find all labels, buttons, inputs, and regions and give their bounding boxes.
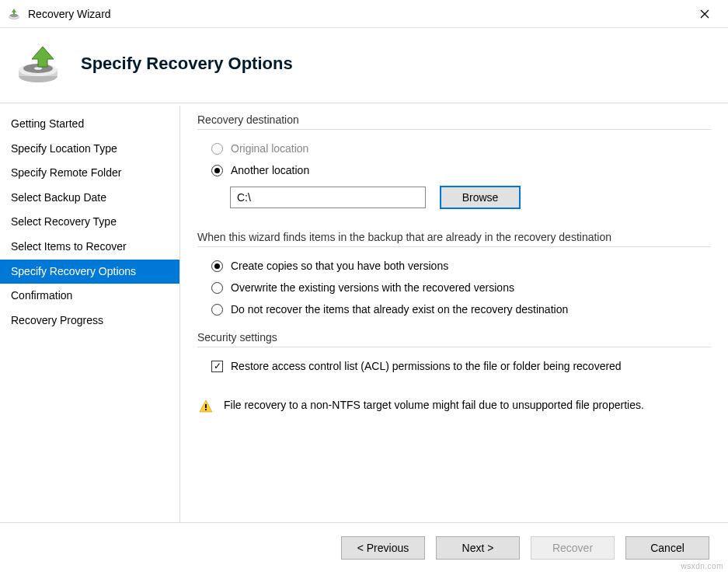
sidebar-item-location-type[interactable]: Specify Location Type bbox=[0, 137, 179, 162]
radio-icon bbox=[211, 165, 223, 176]
radio-label: Overwrite the existing versions with the… bbox=[231, 281, 514, 294]
radio-icon bbox=[211, 282, 223, 294]
security-settings-group: Security settings ✓ Restore access contr… bbox=[197, 331, 711, 377]
recovery-destination-group: Recovery destination Original location A… bbox=[197, 113, 711, 214]
checkbox-label: Restore access control list (ACL) permis… bbox=[231, 360, 622, 372]
sidebar-item-backup-date[interactable]: Select Backup Date bbox=[0, 186, 179, 211]
svg-rect-11 bbox=[205, 409, 207, 410]
wizard-footer: < Previous Next > Recover Cancel bbox=[0, 522, 728, 572]
sidebar-item-label: Specify Location Type bbox=[11, 142, 117, 155]
group-label: Security settings bbox=[197, 331, 711, 344]
sidebar-item-recovery-type[interactable]: Select Recovery Type bbox=[0, 210, 179, 235]
checkbox-icon: ✓ bbox=[211, 361, 223, 372]
window-title: Recovery Wizard bbox=[28, 8, 688, 20]
radio-create-copies[interactable]: Create copies so that you have both vers… bbox=[197, 255, 711, 277]
cancel-button[interactable]: Cancel bbox=[625, 536, 709, 560]
radio-another-location[interactable]: Another location bbox=[197, 159, 711, 181]
radio-skip-existing[interactable]: Do not recover the items that already ex… bbox=[197, 298, 711, 320]
radio-icon bbox=[211, 304, 223, 316]
previous-button[interactable]: < Previous bbox=[341, 536, 425, 560]
sidebar-item-label: Confirmation bbox=[11, 289, 72, 302]
recover-button: Recover bbox=[531, 536, 615, 560]
divider bbox=[197, 347, 711, 347]
sidebar-item-remote-folder[interactable]: Specify Remote Folder bbox=[0, 161, 179, 186]
divider bbox=[197, 246, 711, 247]
sidebar-item-recovery-progress[interactable]: Recovery Progress bbox=[0, 309, 179, 333]
next-button[interactable]: Next > bbox=[436, 536, 520, 560]
radio-original-location: Original location bbox=[197, 138, 711, 159]
app-icon bbox=[6, 6, 22, 22]
warning-text: File recovery to a non-NTFS target volum… bbox=[224, 399, 644, 411]
destination-path-row: Browse bbox=[197, 181, 711, 214]
browse-button[interactable]: Browse bbox=[440, 186, 521, 209]
group-label: Recovery destination bbox=[197, 113, 711, 126]
checkbox-restore-acl[interactable]: ✓ Restore access control list (ACL) perm… bbox=[197, 355, 711, 377]
section-label: When this wizard finds items in the back… bbox=[197, 225, 711, 245]
divider bbox=[197, 129, 711, 130]
watermark: wsxdn.com bbox=[681, 562, 723, 570]
svg-rect-10 bbox=[205, 404, 207, 408]
radio-icon bbox=[211, 260, 223, 272]
wizard-header: Specify Recovery Options bbox=[0, 28, 728, 103]
warning-message: File recovery to a non-NTFS target volum… bbox=[197, 388, 711, 418]
sidebar-item-label: Specify Recovery Options bbox=[11, 265, 136, 277]
sidebar-item-confirmation[interactable]: Confirmation bbox=[0, 284, 179, 309]
sidebar-item-recovery-options[interactable]: Specify Recovery Options bbox=[0, 260, 179, 284]
svg-point-9 bbox=[34, 67, 42, 70]
sidebar-item-label: Select Backup Date bbox=[11, 191, 106, 204]
radio-overwrite[interactable]: Overwrite the existing versions with the… bbox=[197, 277, 711, 298]
close-button[interactable] bbox=[688, 2, 722, 26]
warning-icon bbox=[199, 399, 213, 413]
wizard-content: Recovery destination Original location A… bbox=[180, 106, 728, 522]
radio-icon bbox=[211, 143, 223, 155]
sidebar-item-label: Getting Started bbox=[11, 117, 84, 130]
recovery-icon bbox=[14, 42, 62, 85]
wizard-body: Getting Started Specify Location Type Sp… bbox=[0, 106, 728, 522]
sidebar-item-label: Recovery Progress bbox=[11, 314, 103, 326]
sidebar-item-label: Select Items to Recover bbox=[11, 240, 127, 253]
sidebar-item-items-to-recover[interactable]: Select Items to Recover bbox=[0, 235, 179, 260]
radio-label: Original location bbox=[231, 142, 308, 155]
sidebar-item-label: Select Recovery Type bbox=[11, 215, 117, 228]
sidebar-item-getting-started[interactable]: Getting Started bbox=[0, 112, 179, 137]
wizard-steps-sidebar: Getting Started Specify Location Type Sp… bbox=[0, 106, 180, 522]
conflict-handling-group: When this wizard finds items in the back… bbox=[197, 225, 711, 320]
radio-label: Create copies so that you have both vers… bbox=[231, 260, 448, 272]
titlebar: Recovery Wizard bbox=[0, 0, 728, 28]
radio-label: Another location bbox=[231, 164, 309, 176]
sidebar-item-label: Specify Remote Folder bbox=[11, 166, 121, 179]
destination-path-input[interactable] bbox=[230, 187, 426, 208]
page-title: Specify Recovery Options bbox=[81, 54, 293, 74]
radio-label: Do not recover the items that already ex… bbox=[231, 303, 568, 316]
